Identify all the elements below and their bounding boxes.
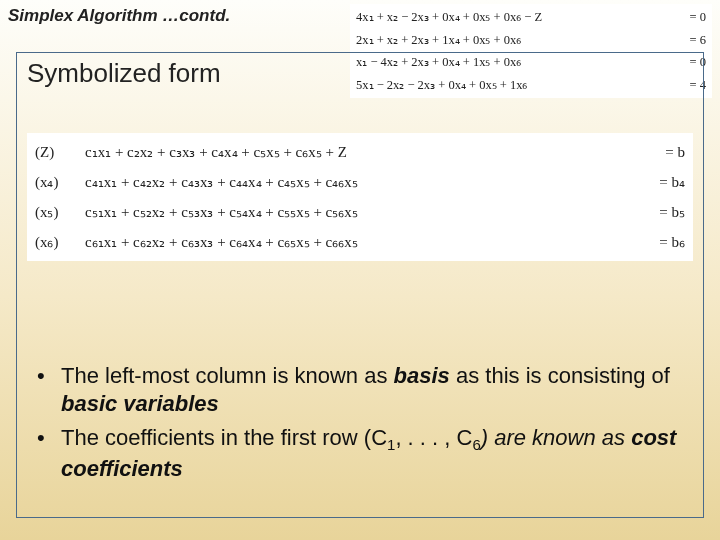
subheading: Symbolized form [27,58,221,89]
note-item: • The left-most column is known as basis… [37,362,683,418]
sym-label: (x₄) [35,167,85,197]
sym-label: (x₅) [35,197,85,227]
note-sub: 6 [472,437,480,454]
content-frame: Symbolized form (Z) c₁x₁ + c₂x₂ + c₃x₃ +… [16,52,704,518]
sym-rhs: = b₆ [630,227,685,257]
note-fragment: as this is consisting of [450,363,670,388]
top-eq-row: 2x₁ + x₂ + 2x₃ + 1x₄ + 0x₅ + 0x₆ = 6 [356,29,706,52]
bullet-icon: • [37,424,61,483]
note-fragment: The coefficients in the first row (C [61,425,387,450]
top-eq-rhs: = 0 [690,6,706,29]
symbolized-row: (x₅) c₅₁x₁ + c₅₂x₂ + c₅₃x₃ + c₅₄x₄ + c₅₅… [35,197,685,227]
sym-rhs: = b₅ [630,197,685,227]
sym-expr: c₆₁x₁ + c₆₂x₂ + c₆₃x₃ + c₆₄x₄ + c₆₅x₅ + … [85,227,630,257]
sym-expr: c₁x₁ + c₂x₂ + c₃x₃ + c₄x₄ + c₅x₅ + c₆x₅ … [85,137,630,167]
top-eq-lhs: 4x₁ + x₂ − 2x₃ + 0x₄ + 0x₅ + 0x₆ − Z [356,6,542,29]
sym-rhs: = b [630,137,685,167]
top-eq-row: 4x₁ + x₂ − 2x₃ + 0x₄ + 0x₅ + 0x₆ − Z = 0 [356,6,706,29]
top-eq-rhs: = 6 [690,29,706,52]
bullet-icon: • [37,362,61,418]
top-eq-lhs: 2x₁ + x₂ + 2x₃ + 1x₄ + 0x₅ + 0x₆ [356,29,521,52]
slide-title: Simplex Algorithm …contd. [8,6,230,26]
symbolized-box: (Z) c₁x₁ + c₂x₂ + c₃x₃ + c₄x₄ + c₅x₅ + c… [27,133,693,261]
sym-label: (x₆) [35,227,85,257]
symbolized-row: (x₆) c₆₁x₁ + c₆₂x₂ + c₆₃x₃ + c₆₄x₄ + c₆₅… [35,227,685,257]
note-item: • The coefficients in the first row (C1,… [37,424,683,483]
note-bold: basis [394,363,450,388]
note-fragment: The left-most column is known as [61,363,394,388]
symbolized-row: (x₄) c₄₁x₁ + c₄₂x₂ + c₄₃x₃ + c₄₄x₄ + c₄₅… [35,167,685,197]
symbolized-row: (Z) c₁x₁ + c₂x₂ + c₃x₃ + c₄x₄ + c₅x₅ + c… [35,137,685,167]
sym-expr: c₄₁x₁ + c₄₂x₂ + c₄₃x₃ + c₄₄x₄ + c₄₅x₅ + … [85,167,630,197]
note-text: The coefficients in the first row (C1, .… [61,424,683,483]
sym-label: (Z) [35,137,85,167]
sym-expr: c₅₁x₁ + c₅₂x₂ + c₅₃x₃ + c₅₄x₄ + c₅₅x₅ + … [85,197,630,227]
note-fragment: ) are known as [481,425,631,450]
slide: Simplex Algorithm …contd. 4x₁ + x₂ − 2x₃… [0,0,720,540]
note-bold: basic variables [61,391,219,416]
note-fragment: , . . . , C [395,425,472,450]
note-text: The left-most column is known as basis a… [61,362,683,418]
sym-rhs: = b₄ [630,167,685,197]
notes-list: • The left-most column is known as basis… [37,362,683,489]
